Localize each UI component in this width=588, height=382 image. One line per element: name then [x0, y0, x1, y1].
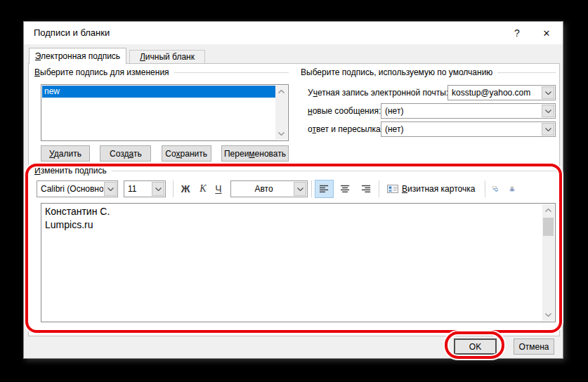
toolbar-separator — [379, 180, 379, 197]
signature-text-editor[interactable]: Константин С. Lumpics.ru — [41, 203, 556, 322]
signatures-and-stationery-dialog: Подписи и бланки ? ✕ Электронная подпись… — [23, 21, 563, 359]
select-signature-group-label: Выберите подпись для изменения — [34, 67, 169, 77]
font-size-value: 11 — [124, 184, 151, 194]
listbox-scrollbar[interactable] — [275, 86, 287, 140]
chevron-down-icon[interactable] — [294, 182, 306, 196]
edit-signature-group-header: Изменить подпись — [34, 165, 559, 176]
replies-forwards-combobox[interactable]: (нет) — [381, 121, 556, 137]
insert-picture-icon — [492, 183, 498, 195]
email-account-value: kosstup@yahoo.com — [448, 88, 541, 98]
default-signature-group-label: Выберите подпись, используемую по умолча… — [301, 67, 492, 77]
new-messages-combobox[interactable]: (нет) — [381, 103, 556, 119]
chevron-down-icon[interactable] — [104, 182, 117, 196]
align-center-icon — [341, 185, 350, 193]
toolbar-separator — [311, 180, 312, 197]
underline-button[interactable]: Ч — [211, 180, 226, 198]
group-divider-line — [497, 72, 556, 73]
align-right-button[interactable] — [357, 180, 376, 198]
close-button[interactable]: ✕ — [535, 22, 558, 44]
screen-background: { "colors": { "selection_blue": "#0078d7… — [0, 0, 588, 382]
chevron-down-icon[interactable] — [542, 123, 554, 136]
group-divider-line — [174, 72, 289, 73]
cancel-button[interactable]: Отмена — [514, 338, 554, 355]
signature-line: Lumpics.ru — [45, 218, 537, 232]
new-messages-label: новые сообщения: — [308, 103, 381, 119]
delete-button[interactable]: Удалить — [41, 145, 90, 162]
ok-button[interactable]: OK — [454, 338, 497, 355]
dialog-title: Подписи и бланки — [34, 22, 110, 44]
group-divider-line — [112, 171, 559, 171]
replies-forwards-value: (нет) — [381, 124, 541, 134]
scroll-up-icon[interactable] — [275, 86, 287, 98]
save-button[interactable]: Сохранить — [162, 145, 211, 162]
chevron-down-icon[interactable] — [542, 105, 554, 117]
scrollbar-thumb[interactable] — [543, 218, 554, 236]
select-signature-group-header: Выберите подпись для изменения — [34, 67, 289, 77]
font-size-combobox[interactable]: 11 — [124, 180, 166, 197]
insert-hyperlink-button[interactable] — [504, 180, 520, 198]
scroll-up-icon[interactable] — [542, 204, 554, 216]
editor-scrollbar[interactable] — [542, 204, 554, 321]
new-messages-value: (нет) — [381, 106, 541, 116]
toolbar-separator — [485, 180, 485, 197]
edit-signature-group-label: Изменить подпись — [34, 166, 107, 176]
insert-hyperlink-icon — [509, 183, 515, 195]
signature-text: Константин С. Lumpics.ru — [41, 204, 541, 233]
signature-actions-row: Удалить Создать Сохранить Переименовать — [41, 145, 289, 162]
list-item-selected[interactable]: new — [42, 86, 275, 98]
business-card-icon — [387, 185, 398, 193]
replies-forwards-label: ответ и пересылка: — [308, 121, 383, 137]
italic-button[interactable]: К — [195, 180, 211, 198]
align-right-icon — [362, 185, 371, 193]
business-card-label: Визитная карточка — [402, 184, 475, 194]
font-name-combobox[interactable]: Calibri (Основной те — [37, 180, 118, 197]
font-color-combobox[interactable]: Авто — [230, 180, 308, 197]
signature-listbox[interactable]: new — [41, 84, 289, 141]
scroll-down-icon[interactable] — [542, 309, 554, 321]
insert-picture-button[interactable] — [488, 180, 503, 198]
font-color-value: Авто — [231, 184, 293, 194]
scroll-down-icon[interactable] — [275, 128, 287, 140]
chevron-down-icon[interactable] — [542, 86, 554, 99]
default-signature-group-header: Выберите подпись, используемую по умолча… — [301, 67, 556, 77]
bold-button[interactable]: Ж — [177, 180, 194, 198]
align-left-button[interactable] — [315, 180, 334, 198]
signature-line: Константин С. — [45, 205, 537, 218]
chevron-down-icon[interactable] — [152, 182, 164, 196]
new-signature-button[interactable]: Создать — [100, 145, 151, 162]
align-center-button[interactable] — [336, 180, 355, 198]
tab-personal-stationery[interactable]: Личный бланк — [129, 50, 205, 64]
font-name-value: Calibri (Основной те — [37, 184, 103, 194]
title-bar: Подписи и бланки ? ✕ — [24, 22, 563, 44]
rename-button[interactable]: Переименовать — [221, 145, 289, 162]
business-card-button[interactable]: Визитная карточка — [382, 180, 481, 198]
help-button[interactable]: ? — [505, 22, 529, 44]
email-account-label: Учетная запись электронной почты: — [308, 85, 448, 100]
align-left-icon — [320, 185, 329, 193]
email-account-combobox[interactable]: kosstup@yahoo.com — [447, 85, 556, 100]
toolbar-separator — [173, 180, 174, 197]
tab-email-signature[interactable]: Электронная подпись — [29, 48, 126, 64]
